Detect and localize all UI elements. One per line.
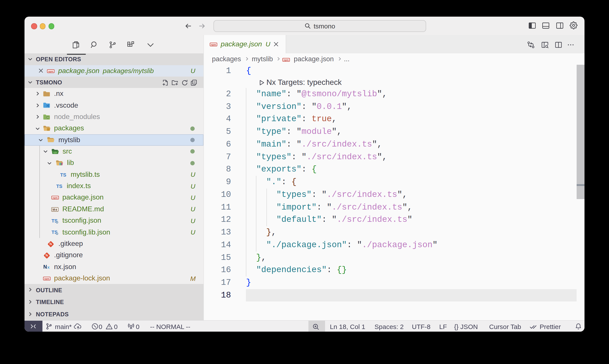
svg-text:npm: npm [44, 277, 50, 280]
svg-text:x: x [47, 265, 50, 270]
svg-text:TS: TS [56, 183, 62, 189]
svg-text:npm: npm [52, 197, 58, 199]
svg-text:npm: npm [48, 70, 53, 72]
svg-text:M: M [52, 208, 55, 211]
svg-text:TS: TS [60, 172, 66, 177]
svg-text:JS: JS [47, 116, 49, 118]
svg-text:</>: </> [53, 151, 57, 154]
svg-text:npm: npm [211, 43, 216, 46]
svg-text:N: N [43, 264, 47, 270]
svg-text:npm: npm [284, 58, 289, 61]
